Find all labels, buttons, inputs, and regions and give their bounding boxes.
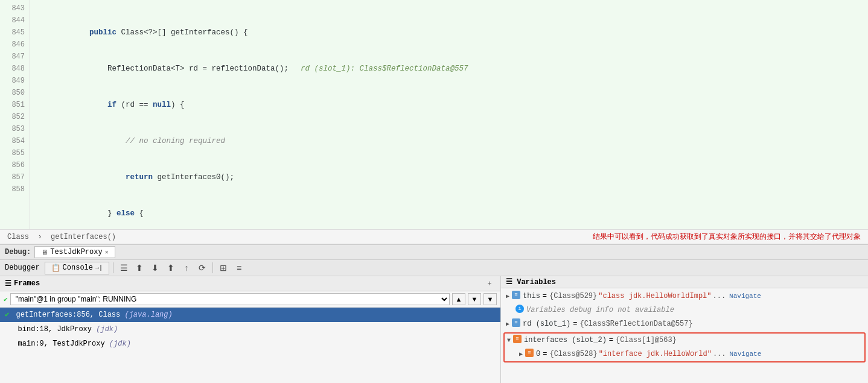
thread-select[interactable]: "main"@1 in group "main": RUNNING [10,293,450,305]
thread-filter-btn[interactable]: ▼ [483,293,497,305]
debug-header: Debug: 🖥 TestJdkProxy ✕ [0,245,868,260]
breadcrumb: Class › getInterfaces() [7,233,116,241]
frames-list: ✔ getInterfaces:856, Class (java.lang) b… [0,308,500,383]
toolbar-sep-1 [113,262,113,273]
debug-label: Debug: [5,248,31,256]
var-interfaces: ▼ ≡ interfaces (slot_2) = {Class[1]@563} [505,334,864,347]
var-interfaces-0-icon: ≡ [525,349,534,357]
var-rd: ▶ ≡ rd (slot_1) = {Class$ReflectionData@… [501,317,868,331]
var-interfaces-0: ▶ ≡ 0 = {Class@528} "interface jdk.Hello… [505,347,864,361]
code-line-848: return getInterfaces0(); [30,159,868,195]
debug-tab-testjdkproxy[interactable]: 🖥 TestJdkProxy ✕ [34,246,115,258]
code-line-845: ReflectionData<T> rd = reflectionData();… [30,51,868,87]
frame-item-0[interactable]: ✔ getInterfaces:856, Class (java.lang) [0,308,500,322]
frame-item-1[interactable]: bind:18, JdkProxy (jdk) [0,322,500,337]
toolbar-btn-evaluate[interactable]: ⟳ [196,261,209,274]
breadcrumb-bar: Class › getInterfaces() 结果中可以看到，代码成功获取到了… [0,229,868,244]
thread-nav-down[interactable]: ▼ [468,293,481,305]
toolbar-btn-frames[interactable]: ⊞ [217,261,230,274]
var-interfaces-0-navigate[interactable]: Navigate [730,349,762,360]
toolbar-btn-step-out[interactable]: ⬆ [164,261,177,274]
code-line-843 [30,2,868,14]
toolbar-btn-step-over[interactable]: ⬆ [133,261,146,274]
code-line-847: // no cloning required [30,123,868,159]
variables-list: ▶ ≡ this = {Class@529} "class jdk.HelloW… [501,288,868,383]
toolbar-btn-step-into[interactable]: ⬇ [148,261,162,274]
debug-content: ☰ Frames + ✔ "main"@1 in group "main": R… [0,276,868,383]
line-numbers: 843 844 845 846 847 848 849 850 851 852 … [0,0,30,229]
frames-header: ☰ Frames + [0,276,500,291]
var-info-icon: i [515,305,524,313]
frames-title: Frames [14,279,40,288]
var-rd-icon: ≡ [512,318,520,327]
variables-panel: ☰ Variables ▶ ≡ this = {Class@529} "clas… [501,276,868,383]
variables-header: ☰ Variables [501,276,868,288]
var-interfaces-group: ▼ ≡ interfaces (slot_2) = {Class[1]@563}… [503,332,866,362]
code-content: public Class<?>[] getInterfaces() { Refl… [30,0,868,229]
var-interfaces-icon: ≡ [513,335,522,343]
var-this-navigate[interactable]: Navigate [729,291,761,302]
var-this-expand[interactable]: ▶ [506,291,509,302]
var-rd-expand[interactable]: ▶ [506,318,509,330]
var-debug-info: i Variables debug info not available [501,303,868,317]
frame-item-2[interactable]: main:9, TestJdkProxy (jdk) [0,337,500,351]
code-line-846: if (rd == null) { [30,87,868,123]
console-tab[interactable]: 📋 Console →| [45,262,109,274]
var-this: ▶ ≡ this = {Class@529} "class jdk.HelloW… [501,290,868,303]
debug-toolbar: Debugger 📋 Console →| ☰ ⬆ ⬇ ⬆ ↑ ⟳ ⊞ ≡ [0,260,868,276]
annotation-text: 结果中可以看到，代码成功获取到了真实对象所实现的接口，并将其交给了代理对象 [593,232,861,242]
thread-status-icon: ✔ [4,296,8,303]
var-this-icon: ≡ [512,291,520,299]
toolbar-btn-layout[interactable]: ☰ [117,261,130,274]
main-container: 843 844 845 846 847 848 849 850 851 852 … [0,0,868,383]
thread-select-row: ✔ "main"@1 in group "main": RUNNING ▲ ▼ … [0,291,500,308]
toolbar-btn-watch[interactable]: ≡ [232,261,246,274]
code-editor: 843 844 845 846 847 848 849 850 851 852 … [0,0,868,229]
tab-label-text: TestJdkProxy [50,248,102,256]
debug-panel: Debug: 🖥 TestJdkProxy ✕ Debugger 📋 Conso… [0,244,868,383]
tab-close-icon[interactable]: ✕ [105,248,109,256]
thread-nav-up[interactable]: ▲ [452,293,465,305]
code-line-849: } else { [30,195,868,229]
var-interfaces-expand[interactable]: ▼ [507,335,511,346]
debugger-tab: Debugger [5,264,40,272]
frames-expand-btn[interactable]: + [483,277,496,290]
toolbar-btn-run-cursor[interactable]: ↑ [180,261,193,274]
code-line-844: public Class<?>[] getInterfaces() { [30,14,868,51]
toolbar-sep-2 [212,262,213,273]
frames-panel: ☰ Frames + ✔ "main"@1 in group "main": R… [0,276,501,383]
var-interfaces-0-expand[interactable]: ▶ [519,349,523,360]
